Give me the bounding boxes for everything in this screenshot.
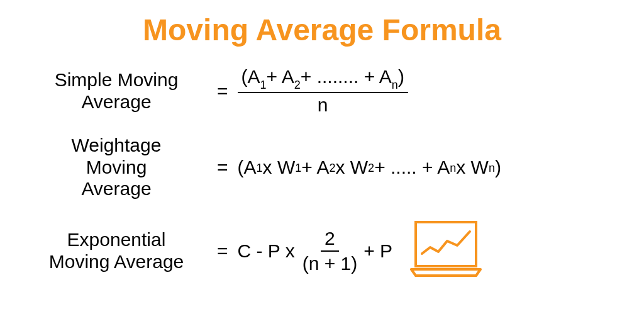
sma-numerator: (A1+ A2+ ........ + An) [238,66,408,93]
wma-label-line2: Moving [25,157,208,179]
ema-expression: C - P x 2 (n + 1) + P [238,228,393,274]
laptop-chart-icon [408,219,484,283]
wma-equals: = [217,157,228,178]
ema-suffix: + P [364,240,392,262]
sma-fraction: (A1+ A2+ ........ + An) n [238,66,408,116]
ema-equals: = [217,240,228,262]
sma-label: Simple Moving Average [25,69,208,113]
wma-label: Weightage Moving Average [25,135,208,200]
wma-expression: (A1 x W1 + A2 x W2 + ..... + An x Wn) [238,157,501,178]
sma-expression: (A1+ A2+ ........ + An) n [238,66,408,116]
wma-label-line3: Average [25,178,208,200]
ema-label: Exponential Moving Average [25,229,208,272]
ema-prefix: C - P x [238,240,295,262]
ema-fraction: 2 (n + 1) [303,228,358,274]
sma-denominator: n [318,93,328,116]
sma-equals: = [217,81,228,102]
ema-frac-top: 2 [321,228,339,252]
sma-label-line1: Simple Moving [25,69,208,91]
page-title: Moving Average Formula [25,13,619,47]
formula-exponential-moving-average: Exponential Moving Average = C - P x 2 (… [25,219,619,283]
sma-label-line2: Average [25,91,208,113]
wma-label-line1: Weightage [25,135,208,157]
ema-frac-bot: (n + 1) [303,252,358,274]
formula-weightage-moving-average: Weightage Moving Average = (A1 x W1 + A2… [25,135,619,200]
ema-label-line1: Exponential [25,229,208,251]
ema-label-line2: Moving Average [25,251,208,273]
formula-simple-moving-average: Simple Moving Average = (A1+ A2+ .......… [25,66,619,116]
